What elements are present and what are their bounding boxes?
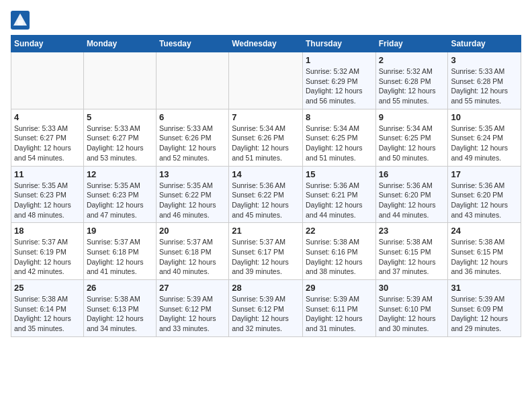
day-info: Sunrise: 5:37 AM Sunset: 6:19 PM Dayligh… (14, 237, 81, 277)
logo-icon (11, 11, 30, 30)
weekday-header-saturday: Saturday (448, 36, 521, 52)
day-number: 28 (232, 283, 300, 293)
calendar-cell: 26Sunrise: 5:38 AM Sunset: 6:13 PM Dayli… (83, 280, 156, 337)
day-number: 11 (14, 169, 81, 179)
day-number: 19 (87, 226, 153, 236)
day-info: Sunrise: 5:36 AM Sunset: 6:21 PM Dayligh… (306, 181, 373, 220)
day-info: Sunrise: 5:36 AM Sunset: 6:22 PM Dayligh… (232, 181, 300, 220)
day-number: 18 (14, 226, 81, 236)
calendar-cell: 17Sunrise: 5:36 AM Sunset: 6:20 PM Dayli… (448, 166, 521, 223)
calendar-cell: 1Sunrise: 5:32 AM Sunset: 6:29 PM Daylig… (302, 52, 375, 109)
calendar-cell: 21Sunrise: 5:37 AM Sunset: 6:17 PM Dayli… (229, 223, 303, 280)
day-info: Sunrise: 5:35 AM Sunset: 6:22 PM Dayligh… (159, 181, 226, 220)
calendar-table: SundayMondayTuesdayWednesdayThursdayFrid… (11, 35, 521, 337)
day-number: 24 (451, 226, 518, 236)
calendar-cell (229, 52, 303, 109)
day-number: 29 (306, 283, 373, 293)
day-number: 22 (306, 226, 373, 236)
calendar-week-2: 4Sunrise: 5:33 AM Sunset: 6:27 PM Daylig… (11, 109, 521, 166)
day-info: Sunrise: 5:38 AM Sunset: 6:14 PM Dayligh… (14, 294, 81, 334)
weekday-header-monday: Monday (83, 36, 156, 52)
calendar-cell: 19Sunrise: 5:37 AM Sunset: 6:18 PM Dayli… (83, 223, 156, 280)
calendar-cell: 6Sunrise: 5:33 AM Sunset: 6:26 PM Daylig… (156, 109, 228, 166)
day-info: Sunrise: 5:39 AM Sunset: 6:09 PM Dayligh… (451, 294, 518, 334)
calendar-cell: 18Sunrise: 5:37 AM Sunset: 6:19 PM Dayli… (11, 223, 84, 280)
day-number: 13 (159, 169, 226, 179)
day-info: Sunrise: 5:36 AM Sunset: 6:20 PM Dayligh… (451, 181, 518, 220)
day-info: Sunrise: 5:33 AM Sunset: 6:28 PM Dayligh… (451, 66, 518, 106)
calendar-cell: 27Sunrise: 5:39 AM Sunset: 6:12 PM Dayli… (156, 280, 228, 337)
day-info: Sunrise: 5:37 AM Sunset: 6:18 PM Dayligh… (87, 237, 153, 277)
day-number: 6 (159, 112, 226, 122)
day-info: Sunrise: 5:37 AM Sunset: 6:17 PM Dayligh… (232, 237, 300, 277)
day-info: Sunrise: 5:35 AM Sunset: 6:23 PM Dayligh… (14, 181, 81, 220)
day-number: 3 (451, 55, 518, 65)
calendar-cell: 12Sunrise: 5:35 AM Sunset: 6:23 PM Dayli… (83, 166, 156, 223)
day-info: Sunrise: 5:39 AM Sunset: 6:12 PM Dayligh… (159, 294, 226, 334)
calendar-cell: 31Sunrise: 5:39 AM Sunset: 6:09 PM Dayli… (448, 280, 521, 337)
day-info: Sunrise: 5:38 AM Sunset: 6:15 PM Dayligh… (379, 237, 445, 277)
day-number: 31 (451, 283, 518, 293)
day-info: Sunrise: 5:39 AM Sunset: 6:10 PM Dayligh… (379, 294, 445, 334)
day-number: 21 (232, 226, 300, 236)
calendar-cell: 8Sunrise: 5:34 AM Sunset: 6:25 PM Daylig… (302, 109, 375, 166)
page-header (11, 11, 521, 30)
calendar-cell: 9Sunrise: 5:34 AM Sunset: 6:25 PM Daylig… (375, 109, 448, 166)
day-info: Sunrise: 5:35 AM Sunset: 6:23 PM Dayligh… (87, 181, 153, 220)
day-number: 2 (379, 55, 445, 65)
day-number: 5 (87, 112, 153, 122)
day-info: Sunrise: 5:33 AM Sunset: 6:26 PM Dayligh… (159, 124, 226, 163)
day-info: Sunrise: 5:34 AM Sunset: 6:25 PM Dayligh… (379, 124, 445, 163)
calendar-cell: 24Sunrise: 5:38 AM Sunset: 6:15 PM Dayli… (448, 223, 521, 280)
day-info: Sunrise: 5:32 AM Sunset: 6:28 PM Dayligh… (379, 66, 445, 106)
day-info: Sunrise: 5:38 AM Sunset: 6:15 PM Dayligh… (451, 237, 518, 277)
calendar-cell: 11Sunrise: 5:35 AM Sunset: 6:23 PM Dayli… (11, 166, 84, 223)
calendar-cell (156, 52, 228, 109)
day-number: 1 (306, 55, 373, 65)
weekday-header-sunday: Sunday (11, 36, 84, 52)
calendar-cell: 20Sunrise: 5:37 AM Sunset: 6:18 PM Dayli… (156, 223, 228, 280)
calendar-cell (83, 52, 156, 109)
day-info: Sunrise: 5:38 AM Sunset: 6:13 PM Dayligh… (87, 294, 153, 334)
svg-rect-2 (17, 20, 23, 26)
day-info: Sunrise: 5:32 AM Sunset: 6:29 PM Dayligh… (306, 66, 373, 106)
calendar-cell: 14Sunrise: 5:36 AM Sunset: 6:22 PM Dayli… (229, 166, 303, 223)
weekday-header-wednesday: Wednesday (229, 36, 303, 52)
day-number: 9 (379, 112, 445, 122)
day-number: 4 (14, 112, 81, 122)
day-info: Sunrise: 5:37 AM Sunset: 6:18 PM Dayligh… (159, 237, 226, 277)
day-number: 23 (379, 226, 445, 236)
calendar-week-4: 18Sunrise: 5:37 AM Sunset: 6:19 PM Dayli… (11, 223, 521, 280)
logo (11, 11, 32, 30)
weekday-header-thursday: Thursday (302, 36, 375, 52)
day-number: 16 (379, 169, 445, 179)
weekday-header-tuesday: Tuesday (156, 36, 228, 52)
calendar-cell: 2Sunrise: 5:32 AM Sunset: 6:28 PM Daylig… (375, 52, 448, 109)
day-info: Sunrise: 5:39 AM Sunset: 6:11 PM Dayligh… (306, 294, 373, 334)
calendar-cell: 22Sunrise: 5:38 AM Sunset: 6:16 PM Dayli… (302, 223, 375, 280)
day-number: 14 (232, 169, 300, 179)
calendar-cell: 16Sunrise: 5:36 AM Sunset: 6:20 PM Dayli… (375, 166, 448, 223)
day-number: 8 (306, 112, 373, 122)
calendar-cell: 7Sunrise: 5:34 AM Sunset: 6:26 PM Daylig… (229, 109, 303, 166)
day-info: Sunrise: 5:34 AM Sunset: 6:26 PM Dayligh… (232, 124, 300, 163)
calendar-cell: 4Sunrise: 5:33 AM Sunset: 6:27 PM Daylig… (11, 109, 84, 166)
calendar-cell: 10Sunrise: 5:35 AM Sunset: 6:24 PM Dayli… (448, 109, 521, 166)
calendar-cell: 5Sunrise: 5:33 AM Sunset: 6:27 PM Daylig… (83, 109, 156, 166)
calendar-cell: 28Sunrise: 5:39 AM Sunset: 6:12 PM Dayli… (229, 280, 303, 337)
calendar-cell: 13Sunrise: 5:35 AM Sunset: 6:22 PM Dayli… (156, 166, 228, 223)
weekday-header-row: SundayMondayTuesdayWednesdayThursdayFrid… (11, 36, 521, 52)
day-info: Sunrise: 5:33 AM Sunset: 6:27 PM Dayligh… (14, 124, 81, 163)
calendar-cell: 29Sunrise: 5:39 AM Sunset: 6:11 PM Dayli… (302, 280, 375, 337)
day-info: Sunrise: 5:33 AM Sunset: 6:27 PM Dayligh… (87, 124, 153, 163)
day-info: Sunrise: 5:35 AM Sunset: 6:24 PM Dayligh… (451, 124, 518, 163)
day-number: 7 (232, 112, 300, 122)
day-number: 12 (87, 169, 153, 179)
day-number: 25 (14, 283, 81, 293)
calendar-body: 1Sunrise: 5:32 AM Sunset: 6:29 PM Daylig… (11, 52, 521, 337)
calendar-week-5: 25Sunrise: 5:38 AM Sunset: 6:14 PM Dayli… (11, 280, 521, 337)
calendar-cell: 3Sunrise: 5:33 AM Sunset: 6:28 PM Daylig… (448, 52, 521, 109)
calendar-week-1: 1Sunrise: 5:32 AM Sunset: 6:29 PM Daylig… (11, 52, 521, 109)
day-number: 26 (87, 283, 153, 293)
day-info: Sunrise: 5:36 AM Sunset: 6:20 PM Dayligh… (379, 181, 445, 220)
